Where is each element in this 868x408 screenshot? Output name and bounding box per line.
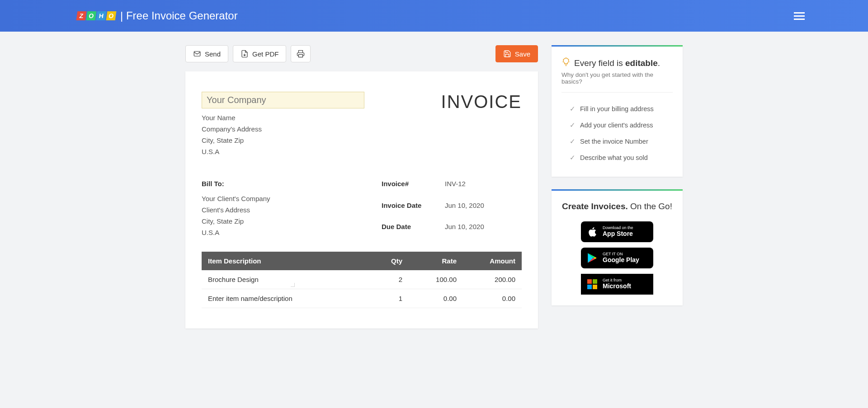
print-button[interactable] bbox=[291, 45, 311, 62]
client-address-field[interactable]: Client's Address bbox=[202, 204, 368, 216]
brand: ZOHO | Free Invoice Generator bbox=[77, 9, 238, 22]
company-address-field[interactable]: Company's Address bbox=[202, 123, 364, 135]
get-pdf-button[interactable]: Get PDF bbox=[233, 45, 286, 62]
client-company-field[interactable]: Your Client's Company bbox=[202, 193, 368, 204]
microsoft-badge[interactable]: Get it fromMicrosoft bbox=[581, 274, 653, 295]
table-row-new: Enter item name/description 1 0.00 0.00 bbox=[202, 289, 522, 308]
new-item-desc[interactable]: Enter item name/description bbox=[202, 289, 368, 308]
tips-subtitle: Why don't you get started with the basic… bbox=[561, 71, 673, 85]
apple-icon bbox=[586, 226, 598, 238]
tips-card: Every field is editable. Why don't you g… bbox=[552, 45, 683, 177]
mail-icon bbox=[193, 50, 201, 58]
send-button[interactable]: Send bbox=[185, 45, 228, 62]
items-table: Item Description Qty Rate Amount Brochur… bbox=[202, 252, 522, 308]
company-city-field[interactable]: City, State Zip bbox=[202, 135, 364, 146]
print-icon bbox=[297, 50, 305, 58]
col-amount: Amount bbox=[463, 252, 522, 270]
svg-rect-1 bbox=[299, 55, 303, 57]
bill-to-label: Bill To: bbox=[202, 180, 368, 188]
tips-list: Fill in your billing address Add your cl… bbox=[561, 101, 673, 166]
menu-icon[interactable] bbox=[794, 12, 805, 20]
your-name-field[interactable]: Your Name bbox=[202, 112, 364, 123]
new-item-rate[interactable]: 0.00 bbox=[409, 289, 463, 308]
save-icon bbox=[503, 50, 511, 58]
tip-item: Set the invoice Number bbox=[570, 133, 673, 150]
google-play-badge[interactable]: GET IT ONGoogle Play bbox=[581, 248, 653, 268]
microsoft-icon bbox=[586, 278, 598, 290]
client-city-field[interactable]: City, State Zip bbox=[202, 216, 368, 227]
due-date-value[interactable]: Jun 10, 2020 bbox=[445, 223, 522, 238]
item-desc[interactable]: Brochure Design bbox=[202, 270, 368, 289]
tip-item: Add your client's address bbox=[570, 117, 673, 133]
app-title: | Free Invoice Generator bbox=[120, 9, 238, 22]
promo-card: Create Invoices. On the Go! Download on … bbox=[552, 189, 683, 305]
promo-title: Create Invoices. On the Go! bbox=[561, 202, 673, 211]
google-play-icon bbox=[586, 252, 598, 264]
invoice-number-value[interactable]: INV-12 bbox=[445, 180, 522, 195]
col-qty: Qty bbox=[368, 252, 409, 270]
invoice-title[interactable]: INVOICE bbox=[441, 92, 522, 157]
invoice-date-value[interactable]: Jun 10, 2020 bbox=[445, 202, 522, 217]
tip-item: Describe what you sold bbox=[570, 150, 673, 166]
table-row: Brochure Design 2 100.00 200.00 bbox=[202, 270, 522, 289]
col-rate: Rate bbox=[409, 252, 463, 270]
item-amount: 200.00 bbox=[463, 270, 522, 289]
invoice-card: Your Name Company's Address City, State … bbox=[185, 71, 538, 328]
company-name-input[interactable] bbox=[202, 92, 364, 108]
lightbulb-icon bbox=[561, 57, 571, 69]
save-button[interactable]: Save bbox=[495, 45, 538, 62]
topbar: ZOHO | Free Invoice Generator bbox=[0, 0, 868, 32]
svg-rect-0 bbox=[194, 52, 200, 56]
item-rate[interactable]: 100.00 bbox=[409, 270, 463, 289]
new-item-qty[interactable]: 1 bbox=[368, 289, 409, 308]
col-desc: Item Description bbox=[202, 252, 368, 270]
zoho-logo: ZOHO bbox=[77, 11, 116, 20]
pdf-icon bbox=[241, 50, 249, 58]
new-item-amount: 0.00 bbox=[463, 289, 522, 308]
tip-item: Fill in your billing address bbox=[570, 101, 673, 117]
due-date-label: Due Date bbox=[382, 223, 436, 238]
toolbar: Send Get PDF Save bbox=[185, 45, 538, 62]
invoice-number-label: Invoice# bbox=[382, 180, 436, 195]
invoice-date-label: Invoice Date bbox=[382, 202, 436, 217]
company-country-field[interactable]: U.S.A bbox=[202, 146, 364, 157]
tips-title: Every field is editable. bbox=[561, 57, 673, 69]
client-country-field[interactable]: U.S.A bbox=[202, 227, 368, 238]
item-qty[interactable]: 2 bbox=[368, 270, 409, 289]
app-store-badge[interactable]: Download on theApp Store bbox=[581, 221, 653, 242]
